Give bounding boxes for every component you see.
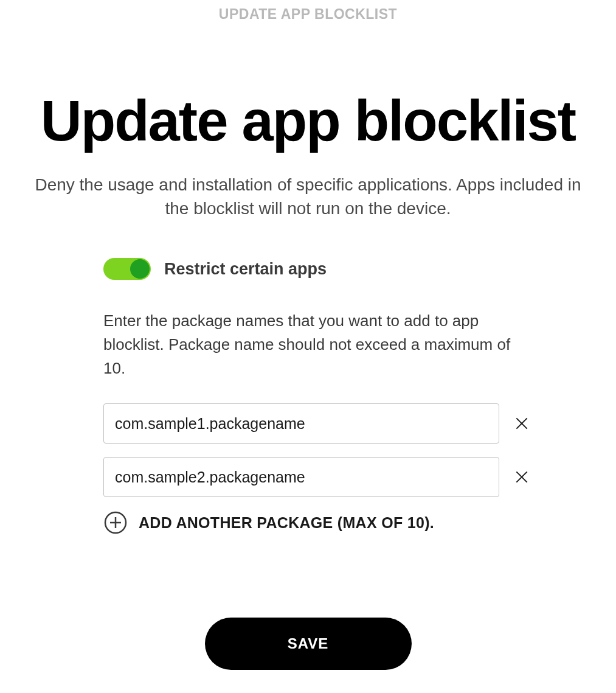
package-input-2[interactable] — [103, 457, 499, 497]
add-package-button[interactable] — [103, 510, 128, 535]
package-list: ADD ANOTHER PACKAGE (MAX OF 10). — [103, 403, 531, 535]
package-row — [103, 403, 531, 444]
page-description: Deny the usage and installation of speci… — [18, 173, 598, 220]
package-row — [103, 457, 531, 497]
close-icon — [514, 416, 530, 431]
header-breadcrumb: UPDATE APP BLOCKLIST — [0, 0, 616, 23]
page-title: Update app blocklist — [18, 92, 598, 150]
instruction-text: Enter the package names that you want to… — [103, 309, 531, 380]
save-button[interactable]: SAVE — [205, 618, 412, 670]
plus-circle-icon — [103, 510, 128, 535]
restrict-apps-toggle[interactable] — [103, 258, 151, 280]
add-package-label[interactable]: ADD ANOTHER PACKAGE (MAX OF 10). — [139, 514, 434, 532]
toggle-label: Restrict certain apps — [164, 260, 327, 279]
package-input-1[interactable] — [103, 403, 499, 444]
remove-package-button[interactable] — [513, 414, 531, 433]
toggle-knob — [130, 259, 150, 279]
close-icon — [514, 469, 530, 485]
remove-package-button[interactable] — [513, 468, 531, 486]
